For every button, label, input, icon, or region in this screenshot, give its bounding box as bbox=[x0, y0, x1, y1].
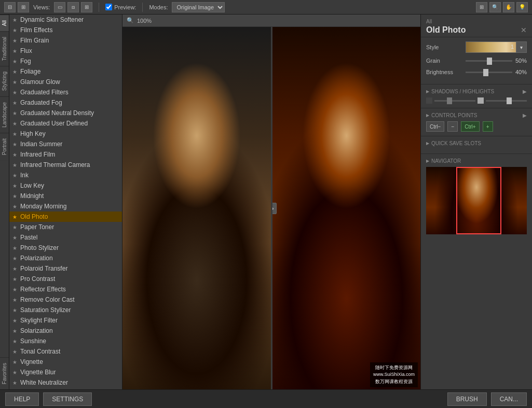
filter-star-icon: ★ bbox=[12, 339, 17, 344]
filter-item[interactable]: ★White Neutralizer bbox=[9, 377, 122, 388]
filter-item[interactable]: ★Film Effects bbox=[9, 25, 122, 35]
filter-item-label: Vignette bbox=[20, 358, 118, 365]
filter-item[interactable]: ★Indian Summer bbox=[9, 139, 122, 149]
filter-star-icon: ★ bbox=[12, 359, 17, 365]
zoom-icon[interactable]: 🔍 bbox=[489, 2, 501, 12]
filter-item[interactable]: ★Midnight bbox=[9, 191, 122, 201]
modes-dropdown[interactable]: Original Image bbox=[172, 2, 225, 12]
separator-2 bbox=[142, 3, 143, 12]
preview-checkbox[interactable] bbox=[105, 4, 112, 10]
grain-thumb[interactable] bbox=[487, 58, 492, 65]
filter-item[interactable]: ★Monday Morning bbox=[9, 201, 122, 212]
filter-star-icon: ★ bbox=[12, 235, 17, 241]
filter-item[interactable]: ★Infrared Film bbox=[9, 149, 122, 160]
tab-all[interactable]: All bbox=[0, 15, 9, 31]
sh-light-slider-thumb[interactable] bbox=[507, 97, 512, 104]
tab-stylizing[interactable]: Stylizing bbox=[0, 66, 9, 96]
grain-value: 50% bbox=[515, 58, 527, 64]
filter-item[interactable]: ★High Key bbox=[9, 129, 122, 139]
filter-star-icon: ★ bbox=[12, 142, 17, 147]
tab-landscape[interactable]: Landscape bbox=[0, 96, 9, 133]
grid-icon[interactable]: ⊞ bbox=[476, 2, 487, 12]
filter-item[interactable]: ★Ink bbox=[9, 170, 122, 180]
cp-btn-ctrl-minus[interactable]: Ctrl− bbox=[426, 121, 444, 132]
filter-item[interactable]: ★Old Photo bbox=[9, 212, 122, 222]
navigator-preview[interactable] bbox=[426, 167, 527, 234]
filter-item[interactable]: ★Pro Contrast bbox=[9, 274, 122, 284]
tab-portrait[interactable]: Portrait bbox=[0, 133, 9, 160]
filter-item[interactable]: ★Foliage bbox=[9, 66, 122, 77]
filter-item-label: Paper Toner bbox=[20, 223, 118, 231]
cancel-button[interactable]: CAN... bbox=[491, 392, 527, 406]
brightness-thumb[interactable] bbox=[483, 69, 488, 76]
panel-category: All bbox=[426, 19, 527, 24]
view-icon-2[interactable]: ⊞ bbox=[18, 2, 29, 12]
cp-btn-minus[interactable]: − bbox=[447, 121, 458, 132]
grain-slider[interactable] bbox=[466, 57, 512, 64]
filter-item[interactable]: ★Flux bbox=[9, 46, 122, 56]
filter-item[interactable]: ★Solarization bbox=[9, 326, 122, 336]
filter-item[interactable]: ★Paper Toner bbox=[9, 222, 122, 232]
filter-item[interactable]: ★Sunshine bbox=[9, 336, 122, 346]
filter-item[interactable]: ★Polaroid Transfer bbox=[9, 263, 122, 274]
filter-item[interactable]: ★Graduated Fog bbox=[9, 97, 122, 108]
filter-star-icon: ★ bbox=[12, 297, 17, 303]
filter-star-icon: ★ bbox=[12, 266, 17, 272]
cp-btn-plus[interactable]: + bbox=[483, 121, 493, 132]
tab-traditional[interactable]: Traditional bbox=[0, 31, 9, 66]
filter-item[interactable]: ★Tonal Contrast bbox=[9, 346, 122, 357]
cp-expand-icon[interactable]: ▶ bbox=[523, 112, 527, 118]
panel-close-btn[interactable]: ✕ bbox=[521, 26, 527, 34]
filter-item[interactable]: ★Vignette Blur bbox=[9, 367, 122, 377]
sh-dark-thumb[interactable] bbox=[426, 97, 432, 104]
filter-item[interactable]: ★Graduated Filters bbox=[9, 87, 122, 97]
brush-button[interactable]: BRUSH bbox=[447, 392, 487, 406]
sh-dark-slider-thumb[interactable] bbox=[447, 97, 452, 104]
filter-item[interactable]: ★Fog bbox=[9, 56, 122, 66]
info-icon[interactable]: 💡 bbox=[516, 2, 528, 12]
hand-icon[interactable]: ✋ bbox=[503, 2, 514, 12]
zoom-icon-small: 🔍 bbox=[127, 17, 134, 24]
view-icon-1[interactable]: ⊟ bbox=[4, 2, 16, 12]
panel-split-btn[interactable]: ⇔ bbox=[271, 203, 277, 214]
filter-item[interactable]: ★Infrared Thermal Camera bbox=[9, 160, 122, 170]
filter-item[interactable]: ★Reflector Effects bbox=[9, 284, 122, 294]
split-view-icon[interactable]: ⧈ bbox=[67, 2, 79, 12]
filter-item[interactable]: ★Glamour Glow bbox=[9, 77, 122, 87]
filter-item[interactable]: ★Photo Stylizer bbox=[9, 243, 122, 253]
zoom-bar: 🔍 100% bbox=[122, 15, 420, 27]
sh-expand-icon[interactable]: ▶ bbox=[523, 89, 527, 94]
filter-star-icon: ★ bbox=[12, 204, 17, 209]
main-content: All Traditional Stylizing Landscape Port… bbox=[0, 15, 532, 389]
filter-item[interactable]: ★Saturation Stylizer bbox=[9, 305, 122, 315]
filter-star-icon: ★ bbox=[12, 79, 17, 85]
brightness-slider[interactable] bbox=[466, 68, 512, 76]
cp-btn-ctrl-plus[interactable]: Ctrl+ bbox=[461, 121, 479, 132]
filter-item[interactable]: ★Skylight Filter bbox=[9, 315, 122, 326]
compare-view-icon[interactable]: ⊞ bbox=[81, 2, 92, 12]
filter-item[interactable]: ★Polarization bbox=[9, 253, 122, 263]
filter-item-label: Ink bbox=[20, 172, 118, 179]
filter-item[interactable]: ★Remove Color Cast bbox=[9, 294, 122, 305]
filter-item[interactable]: ★Graduated Neutral Density bbox=[9, 108, 122, 118]
cp-label: Control Points bbox=[431, 112, 478, 118]
help-button[interactable]: HELP bbox=[5, 392, 39, 406]
filter-item[interactable]: ★Film Grain bbox=[9, 35, 122, 46]
brightness-value: 40% bbox=[515, 69, 527, 75]
original-image-panel bbox=[122, 27, 271, 389]
nav-viewport-box[interactable] bbox=[456, 167, 501, 234]
settings-button[interactable]: SETTINGS bbox=[43, 392, 92, 406]
style-control[interactable]: 1 ▾ bbox=[466, 41, 527, 53]
qs-header: ▶ QUICK SAVE SLOTS bbox=[426, 140, 527, 146]
filter-item[interactable]: ★Vignette bbox=[9, 357, 122, 367]
single-view-icon[interactable]: ▭ bbox=[54, 2, 65, 12]
filter-item[interactable]: ★Low Key bbox=[9, 180, 122, 191]
filter-star-icon: ★ bbox=[12, 183, 17, 189]
filter-item[interactable]: ★Dynamic Skin Softener bbox=[9, 15, 122, 25]
filter-star-icon: ★ bbox=[12, 69, 17, 75]
filter-item[interactable]: ★Pastel bbox=[9, 232, 122, 243]
sh-light-thumb[interactable] bbox=[478, 97, 484, 104]
filter-item[interactable]: ★Graduated User Defined bbox=[9, 118, 122, 129]
style-spinner[interactable]: ▾ bbox=[516, 42, 526, 52]
tab-favorites[interactable]: Favorites bbox=[0, 357, 9, 389]
